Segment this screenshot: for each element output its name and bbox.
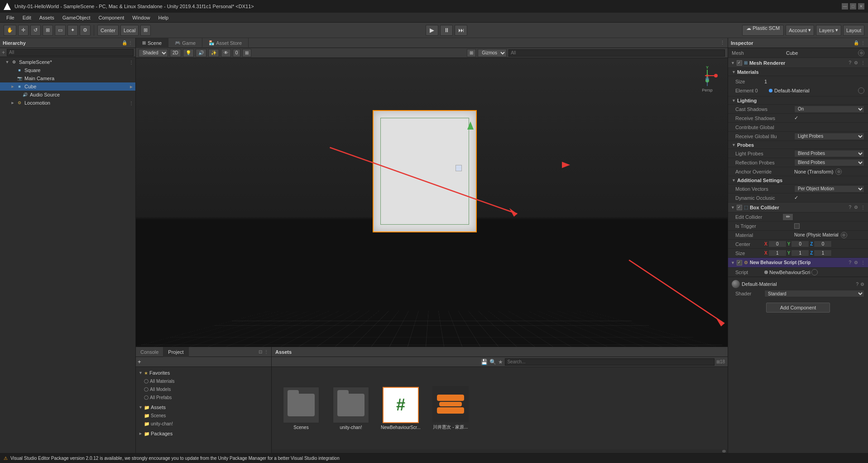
star-filter-icon[interactable]: ★: [498, 359, 503, 365]
material-settings[interactable]: ⚙: [860, 282, 864, 287]
step-button[interactable]: ⏭: [455, 25, 467, 36]
center-y-input[interactable]: [791, 241, 809, 247]
locomotion-options[interactable]: ⋮: [129, 101, 134, 106]
box-collider-header[interactable]: ▼ ✓ ⬚ Box Collider ? ⚙ ⋮: [728, 203, 868, 212]
audio-scene-button[interactable]: 🔊: [196, 49, 206, 57]
hierarchy-item-maincamera[interactable]: 📷 Main Camera: [0, 74, 135, 82]
gizmos-dropdown[interactable]: Gizmos: [478, 49, 507, 57]
hand-tool-button[interactable]: ✋: [4, 25, 16, 36]
favorites-header[interactable]: ▼ ★ Favorites: [137, 369, 270, 377]
tab-console[interactable]: Console: [136, 347, 163, 357]
scene-search[interactable]: [508, 49, 725, 57]
2d-button[interactable]: 2D: [170, 49, 181, 57]
unity-chan-item[interactable]: 📁 unity-chan!: [137, 420, 270, 428]
center-button[interactable]: Center: [97, 25, 119, 36]
anchor-select[interactable]: ◎: [835, 169, 842, 175]
add-component-button[interactable]: Add Component: [766, 303, 830, 313]
menu-assets[interactable]: Assets: [36, 14, 58, 21]
layers-button[interactable]: Layers ▾: [816, 25, 841, 36]
asset-scenes[interactable]: Scenes: [281, 387, 321, 430]
menu-help[interactable]: Help: [154, 14, 172, 21]
receive-shadows-check[interactable]: ✓: [794, 115, 798, 121]
tab-asset-store[interactable]: 🏪 Asset Store: [202, 38, 249, 48]
assets-header[interactable]: ▼ 📁 Assets: [137, 403, 270, 411]
scale-tool-button[interactable]: ⊞: [43, 25, 53, 36]
hierarchy-add-button[interactable]: +: [2, 49, 5, 56]
local-button[interactable]: Local: [120, 25, 139, 36]
hierarchy-lock-icon[interactable]: 🔒: [122, 40, 127, 45]
box-collider-settings[interactable]: ⚙: [854, 205, 858, 210]
size-x-input[interactable]: [768, 250, 786, 256]
is-trigger-checkbox[interactable]: [794, 223, 800, 229]
tab-scene[interactable]: ⊞ Scene: [136, 38, 168, 48]
transform-tool-button[interactable]: ✦: [67, 25, 78, 36]
menu-component[interactable]: Component: [95, 14, 128, 21]
packages-header[interactable]: ► 📁 Packages: [137, 429, 270, 438]
plastic-scm-button[interactable]: ☁ Plastic SCM: [742, 25, 784, 36]
snap-button[interactable]: ⊞: [140, 25, 151, 36]
new-behaviour-script-header[interactable]: ▼ ✓ ⚙ New Behaviour Script (Scrip ? ⚙ ⋮: [728, 258, 868, 268]
shading-dropdown[interactable]: Shaded: [139, 49, 168, 57]
hierarchy-menu-icon[interactable]: ⋮: [128, 40, 133, 45]
pause-button[interactable]: ⏸: [440, 25, 453, 36]
project-add-button[interactable]: +: [138, 358, 141, 365]
grid-button[interactable]: ⊞: [242, 49, 251, 57]
play-button[interactable]: ▶: [426, 25, 438, 36]
edit-collider-btn[interactable]: ✏: [782, 213, 793, 221]
asset-unitychan[interactable]: unity-chan!: [331, 387, 371, 430]
hide-button[interactable]: 👁: [221, 49, 231, 57]
material-select[interactable]: ◎: [841, 232, 847, 238]
nbs-help[interactable]: ?: [849, 260, 851, 265]
menu-edit[interactable]: Edit: [19, 14, 35, 21]
move-tool-button[interactable]: ✛: [18, 25, 29, 36]
filter-icon[interactable]: 🔍: [489, 359, 496, 365]
inspector-lock-icon[interactable]: 🔒: [854, 40, 859, 45]
rotate-tool-button[interactable]: ↺: [30, 25, 41, 36]
nbs-checkbox[interactable]: ✓: [737, 260, 742, 265]
panel-menu-icon[interactable]: ⋮: [264, 349, 269, 354]
layout-button[interactable]: Layout: [843, 25, 864, 36]
scene-tools[interactable]: ⊞: [467, 49, 476, 57]
nbs-menu[interactable]: ⋮: [861, 260, 865, 265]
scene-options[interactable]: ⋮: [129, 60, 134, 65]
hierarchy-item-locomotion[interactable]: ► ⚙ Locomotion ⋮: [0, 99, 135, 107]
box-collider-menu[interactable]: ⋮: [861, 205, 865, 210]
hierarchy-item-cube[interactable]: ► ■ Cube ►: [0, 82, 135, 91]
mesh-renderer-header[interactable]: ▼ ✓ ⊞ Mesh Renderer ? ⚙ ⋮: [728, 58, 868, 68]
asset-newbehaviourscript[interactable]: # NewBehaviourScr...: [380, 387, 421, 430]
close-button[interactable]: ✕: [858, 3, 864, 10]
all-models-item[interactable]: ◯ All Models: [137, 385, 270, 393]
tab-game[interactable]: 🎮 Game: [168, 38, 202, 48]
element-select[interactable]: [858, 87, 864, 94]
script-select[interactable]: [811, 269, 818, 275]
box-collider-help[interactable]: ?: [849, 205, 851, 210]
light-button[interactable]: 💡: [183, 49, 194, 57]
hierarchy-item-audiosource[interactable]: 🔊 Audio Source: [0, 91, 135, 99]
minimize-button[interactable]: —: [842, 3, 848, 10]
box-collider-checkbox[interactable]: ✓: [737, 205, 742, 210]
fx-button[interactable]: ✨: [208, 49, 219, 57]
inspector-menu-icon[interactable]: ⋮: [861, 40, 865, 45]
hierarchy-item-samplescene[interactable]: ▼ ⚙ SampleScene* ⋮: [0, 58, 135, 66]
save-icon[interactable]: 💾: [481, 359, 488, 365]
rect-tool-button[interactable]: ▭: [55, 25, 66, 36]
light-probes-dropdown[interactable]: Blend Probes: [794, 150, 864, 157]
mesh-renderer-checkbox[interactable]: ✓: [737, 60, 742, 66]
mesh-renderer-help[interactable]: ?: [849, 60, 851, 65]
menu-gameobject[interactable]: GameObject: [59, 14, 94, 21]
scenes-folder-item[interactable]: 📁 Scenes: [137, 411, 270, 420]
scene-more-icon[interactable]: ⋮: [720, 40, 725, 46]
reflection-probes-dropdown[interactable]: Blend Probes: [794, 159, 864, 166]
menu-file[interactable]: File: [3, 14, 18, 21]
assets-search[interactable]: [505, 358, 714, 366]
dynamic-occlusion-check[interactable]: ✓: [794, 195, 798, 201]
hierarchy-search[interactable]: [7, 49, 134, 56]
shader-dropdown[interactable]: Standard: [764, 290, 864, 297]
motion-vectors-dropdown[interactable]: Per Object Motion: [794, 185, 864, 193]
size-y-input[interactable]: [791, 250, 809, 256]
center-z-input[interactable]: [814, 241, 832, 247]
mesh-renderer-settings[interactable]: ⚙: [854, 60, 858, 65]
hierarchy-item-square[interactable]: ■ Square: [0, 66, 135, 74]
center-x-input[interactable]: [768, 241, 786, 247]
material-help[interactable]: ?: [856, 282, 858, 287]
